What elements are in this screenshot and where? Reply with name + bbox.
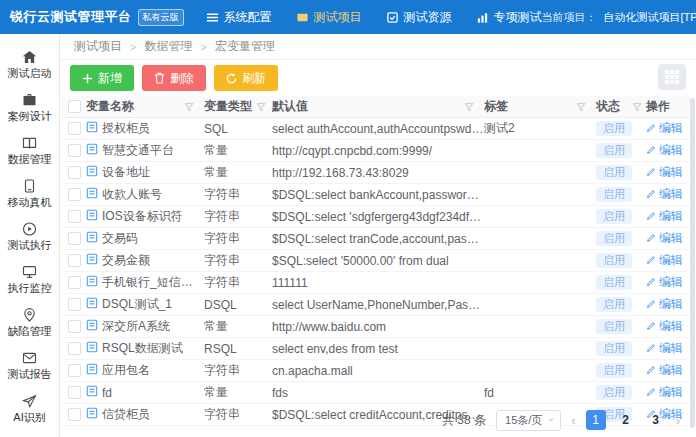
next-page-button[interactable]: › [676,413,680,428]
row-checkbox[interactable] [68,232,81,245]
sidebar-item-test-launch[interactable]: 测试启动 [0,42,59,85]
row-edit-button[interactable]: 编辑 [646,362,683,379]
refresh-button[interactable]: 刷新 [214,65,278,91]
filter-icon[interactable] [632,102,642,112]
breadcrumb-item-data-management[interactable]: 数据管理 [144,38,192,55]
filter-icon[interactable] [576,102,586,112]
document-icon [86,165,98,180]
nav-item-system-config[interactable]: 系统配置 [206,9,272,26]
breadcrumb-item-test-project[interactable]: 测试项目 [74,38,122,55]
row-checkbox[interactable] [68,386,81,399]
row-name[interactable]: 手机银行_短信验证码 [102,274,204,291]
sidebar-item-case-design[interactable]: 案例设计 [0,85,59,128]
row-edit-button[interactable]: 编辑 [646,274,683,291]
vertical-scrollbar[interactable] [690,98,695,428]
sidebar-item-mobile-device[interactable]: 移动真机 [0,171,59,214]
row-status-badge[interactable]: 启用 [596,231,632,246]
filter-icon[interactable] [184,102,194,112]
row-status-badge[interactable]: 启用 [596,187,632,202]
row-checkbox[interactable] [68,364,81,377]
row-status-badge[interactable]: 启用 [596,165,632,180]
row-status-badge[interactable]: 启用 [596,143,632,158]
page-button-3[interactable]: 3 [646,410,666,430]
table-row[interactable]: 授权柜员 SQL select authAccount,authAccountp… [62,118,690,140]
row-name[interactable]: 智慧交通平台 [102,142,174,159]
row-status-badge[interactable]: 启用 [596,297,632,312]
row-checkbox[interactable] [68,166,81,179]
row-name[interactable]: 授权柜员 [102,120,150,137]
sidebar-item-execution-monitor[interactable]: 执行监控 [0,257,59,300]
row-checkbox[interactable] [68,144,81,157]
prev-page-button[interactable]: ‹ [571,413,575,428]
table-row[interactable]: fd 常量 fds fd 启用 编辑 [62,382,690,404]
row-checkbox[interactable] [68,188,81,201]
table-row[interactable]: IOS设备标识符 字符串 $DSQL:select 'sdgfergerg43d… [62,206,690,228]
row-name[interactable]: 应用包名 [102,362,150,379]
page-size-select[interactable]: 15条/页 ⌄ [496,410,561,431]
row-status-badge[interactable]: 启用 [596,319,632,334]
column-settings-button[interactable] [658,64,686,90]
table-row[interactable]: 应用包名 字符串 cn.apacha.mall 启用 编辑 [62,360,690,382]
row-checkbox[interactable] [68,254,81,267]
table-row[interactable]: 深交所A系统 常量 http://www.baidu.com 启用 编辑 [62,316,690,338]
row-status-badge[interactable]: 启用 [596,121,632,136]
table-row[interactable]: 收款人账号 字符串 $DSQL:select bankAccount,passw… [62,184,690,206]
sidebar-item-test-report[interactable]: 测试报告 [0,343,59,386]
add-button[interactable]: 新增 [70,65,134,91]
table-row[interactable]: DSQL测试_1 DSQL select UserName,PhoneNumbe… [62,294,690,316]
row-checkbox[interactable] [68,122,81,135]
table-row[interactable]: 交易金额 字符串 $SQL:select '50000.00' from dua… [62,250,690,272]
row-name[interactable]: 收款人账号 [102,186,162,203]
row-edit-button[interactable]: 编辑 [646,142,683,159]
current-project-value[interactable]: 自动化测试项目[TP-1904- [604,10,696,25]
row-name[interactable]: 交易码 [102,230,138,247]
table-row[interactable]: 智慧交通平台 常量 http://cqypt.cnpcbd.com:9999/ … [62,140,690,162]
row-edit-button[interactable]: 编辑 [646,252,683,269]
row-name[interactable]: 交易金额 [102,252,150,269]
row-edit-button[interactable]: 编辑 [646,384,683,401]
page-button-1[interactable]: 1 [586,410,606,430]
sidebar-item-ai-recognition[interactable]: AI识别 [0,386,59,429]
page-button-2[interactable]: 2 [616,410,636,430]
row-status-badge[interactable]: 启用 [596,275,632,290]
row-edit-button[interactable]: 编辑 [646,208,683,225]
table-row[interactable]: 设备地址 常量 http://192.168.73.43:8029 启用 编辑 [62,162,690,184]
row-status-badge[interactable]: 启用 [596,341,632,356]
row-checkbox[interactable] [68,342,81,355]
row-edit-button[interactable]: 编辑 [646,340,683,357]
filter-icon[interactable] [256,102,266,112]
nav-item-special-test[interactable]: 专项测试 [476,9,542,26]
row-name[interactable]: RSQL数据测试 [102,340,183,357]
row-edit-button[interactable]: 编辑 [646,164,683,181]
row-status-badge[interactable]: 启用 [596,385,632,400]
row-checkbox[interactable] [68,320,81,333]
row-status-badge[interactable]: 启用 [596,363,632,378]
table-row[interactable]: 手机银行_短信验证码 字符串 111111 启用 编辑 [62,272,690,294]
select-all-checkbox[interactable] [68,100,81,113]
row-status-badge[interactable]: 启用 [596,209,632,224]
table-row[interactable]: 交易码 字符串 $DSQL:select tranCode,account,pa… [62,228,690,250]
nav-item-test-resource[interactable]: 测试资源 [386,9,452,26]
row-checkbox[interactable] [68,276,81,289]
sidebar-item-defect-management[interactable]: 缺陷管理 [0,300,59,343]
row-edit-button[interactable]: 编辑 [646,186,683,203]
row-status-badge[interactable]: 启用 [596,253,632,268]
row-edit-button[interactable]: 编辑 [646,120,683,137]
row-edit-button[interactable]: 编辑 [646,318,683,335]
row-name[interactable]: fd [102,386,112,400]
delete-button[interactable]: 删除 [142,65,206,91]
row-checkbox[interactable] [68,210,81,223]
table-row[interactable]: RSQL数据测试 RSQL select env,des from test 启… [62,338,690,360]
sidebar-item-test-execution[interactable]: 测试执行 [0,214,59,257]
row-checkbox[interactable] [68,298,81,311]
row-edit-button[interactable]: 编辑 [646,230,683,247]
row-name[interactable]: DSQL测试_1 [102,296,172,313]
row-name[interactable]: IOS设备标识符 [102,208,183,225]
sidebar-item-data-management[interactable]: 数据管理 [0,128,59,171]
table-header-row: 变量名称 变量类型 默认值 标签 [62,96,690,118]
row-name[interactable]: 深交所A系统 [102,318,170,335]
nav-item-test-project[interactable]: 测试项目 [296,9,362,26]
filter-icon[interactable] [464,102,474,112]
row-name[interactable]: 设备地址 [102,164,150,181]
row-edit-button[interactable]: 编辑 [646,296,683,313]
